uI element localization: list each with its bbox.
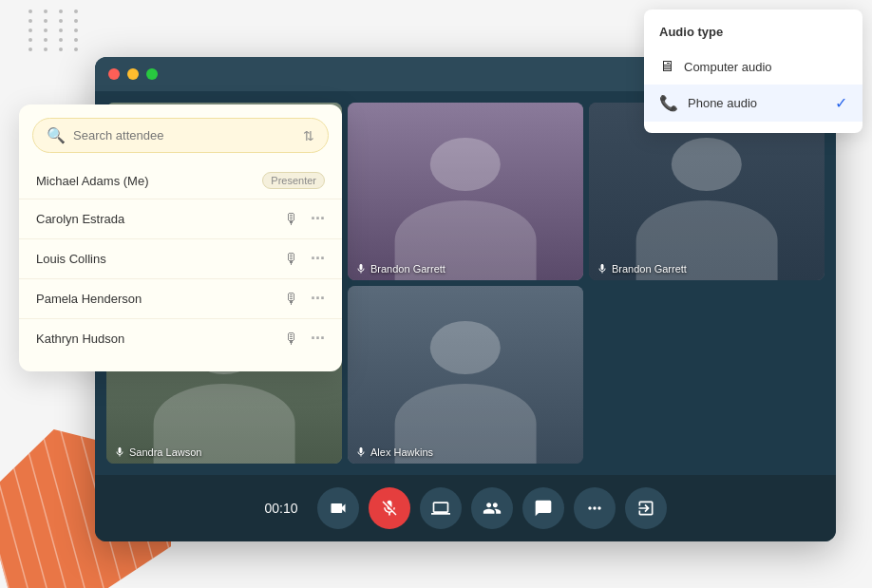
video-cell-5: Alex Hawkins [348,286,583,464]
sort-icon[interactable]: ⇅ [303,128,314,143]
attendee-name-5: Kathryn Hudson [36,332,276,346]
attendee-item-1: Michael Adams (Me) Presenter [19,162,342,199]
search-icon: 🔍 [47,126,66,144]
audio-type-popup: Audio type 🖥 Computer audio 📞 Phone audi… [644,9,863,133]
video-label-5: Alex Hawkins [355,446,433,458]
mic-icon-2[interactable]: 🎙 [284,211,299,228]
attendee-item-5: Kathryn Hudson 🎙 ··· [19,319,342,358]
mic-icon-4[interactable]: 🎙 [284,291,299,308]
attendee-item-2: Carolyn Estrada 🎙 ··· [19,199,342,239]
video-cell-2: Brandon Garrett [348,103,583,280]
attendee-item-4: Pamela Henderson 🎙 ··· [19,279,342,319]
minimize-button[interactable] [127,68,139,80]
camera-button[interactable] [317,487,359,529]
call-timer: 00:10 [264,501,297,516]
screen-share-button[interactable] [420,487,462,529]
audio-popup-title: Audio type [644,21,863,48]
attendee-name-4: Pamela Henderson [36,292,276,306]
phone-audio-option[interactable]: 📞 Phone audio ✓ [644,85,863,122]
leave-button[interactable] [625,487,667,529]
maximize-button[interactable] [146,68,158,80]
phone-audio-label: Phone audio [688,96,825,110]
attendee-search[interactable]: 🔍 ⇅ [32,118,329,153]
close-button[interactable] [108,68,120,80]
more-options-button[interactable] [574,487,616,529]
participants-button[interactable] [471,487,513,529]
video-label-2: Brandon Garrett [355,263,445,275]
attendee-name-2: Carolyn Estrada [36,212,276,226]
mute-button[interactable] [369,487,410,529]
computer-audio-option[interactable]: 🖥 Computer audio [644,48,863,85]
more-icon-2[interactable]: ··· [311,209,325,229]
attendee-item-3: Louis Collins 🎙 ··· [19,239,342,279]
computer-audio-label: Computer audio [684,60,847,74]
video-label-3: Brandon Garrett [597,263,687,275]
search-input[interactable] [73,128,295,142]
chat-button[interactable] [522,487,564,529]
mic-icon-5[interactable]: 🎙 [284,331,299,348]
decorative-dots [28,9,84,51]
computer-icon: 🖥 [659,58,674,75]
more-icon-3[interactable]: ··· [311,249,325,269]
attendee-name-3: Louis Collins [36,252,276,266]
video-label-4: Sandra Lawson [114,446,201,458]
more-icon-4[interactable]: ··· [311,289,325,309]
more-icon-5[interactable]: ··· [311,329,325,349]
mic-icon-3[interactable]: 🎙 [284,251,299,268]
toolbar: 00:10 [95,475,836,541]
attendee-panel: 🔍 ⇅ Michael Adams (Me) Presenter Carolyn… [19,104,342,371]
phone-icon: 📞 [659,94,678,112]
attendee-name-1: Michael Adams (Me) [36,174,255,188]
presenter-badge: Presenter [262,172,325,189]
check-icon: ✓ [835,94,847,112]
